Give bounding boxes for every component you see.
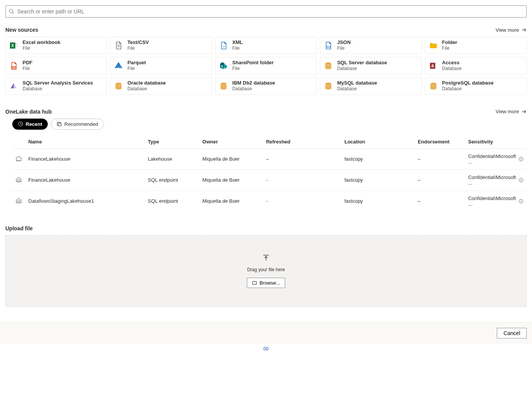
source-card-text-csv[interactable]: Text/CSV File [110, 37, 212, 54]
source-card-sql-server-database[interactable]: SQL Server database Database [320, 57, 422, 74]
source-card-excel-workbook[interactable]: X Excel workbook File [5, 37, 107, 54]
sqlserver-icon [323, 61, 333, 71]
json-icon: JSON [323, 41, 333, 50]
browse-button[interactable]: Browse... [247, 278, 285, 288]
info-icon [519, 156, 524, 162]
source-subtitle: Database [127, 86, 165, 92]
svg-rect-7 [15, 46, 18, 47]
source-subtitle: Database [232, 86, 275, 92]
svg-text:X: X [11, 44, 14, 48]
arrow-right-icon [521, 109, 527, 114]
cell-location: fastcopy [341, 169, 415, 190]
source-title: JSON [337, 39, 350, 46]
recommended-icon [57, 121, 62, 127]
source-subtitle: Database [23, 86, 93, 92]
svg-rect-40 [18, 180, 19, 182]
source-card-mysql-database[interactable]: MySQL database Database [320, 77, 422, 94]
access-icon: A [428, 61, 438, 71]
view-more-label: View more [496, 27, 519, 33]
source-card-oracle-database[interactable]: Oracle database Database [110, 77, 212, 94]
cell-endorsement: – [415, 190, 465, 212]
source-card-pdf[interactable]: PDF PDF File [5, 57, 107, 74]
table-row[interactable]: FinanceLakehouse SQL endpoint Miquella d… [12, 169, 527, 190]
source-subtitle: Database [337, 66, 387, 72]
source-subtitle: File [232, 46, 243, 52]
source-card-xml[interactable]: <> XML File [215, 37, 317, 54]
tab-recommended-label: Recommended [64, 121, 98, 127]
view-more-label: View more [496, 109, 519, 114]
tab-recent-label: Recent [26, 121, 42, 127]
col-type[interactable]: Type [145, 135, 200, 149]
new-sources-header: New sources View more [5, 27, 527, 33]
search-bar[interactable] [5, 5, 527, 18]
col-sensitivity[interactable]: Sensitivity [465, 135, 527, 149]
svg-point-0 [10, 10, 13, 13]
sharepoint-icon: S [219, 61, 229, 71]
col-owner[interactable]: Owner [200, 135, 263, 149]
svg-point-47 [521, 200, 521, 200]
cell-sensitivity: Confidential\Microsoft ... [465, 190, 527, 212]
source-subtitle: File [23, 46, 60, 52]
source-card-json[interactable]: JSON JSON File [320, 37, 422, 54]
cell-refreshed: - [263, 169, 341, 190]
source-card-sql-server-analysis-services[interactable]: SQL Server Analysis Services Database [5, 77, 107, 94]
search-input[interactable] [17, 8, 523, 15]
svg-text:S: S [221, 65, 223, 68]
info-icon [519, 199, 524, 204]
source-card-folder[interactable]: Folder File [425, 37, 527, 54]
cell-sensitivity: Confidential\Microsoft ... [465, 169, 527, 190]
arrow-right-icon [521, 27, 527, 33]
svg-line-1 [13, 13, 14, 14]
oracle-icon [114, 81, 123, 91]
source-card-ibm-db2-database[interactable]: IBM Db2 database Database [215, 77, 317, 94]
col-refreshed[interactable]: Refreshed [263, 135, 341, 149]
pdf-icon: PDF [9, 61, 19, 71]
col-endorsement[interactable]: Endorsement [415, 135, 465, 149]
source-card-parquet[interactable]: Parquet File [110, 57, 212, 74]
table-row[interactable]: DataflowsStagingLakehouse1 SQL endpoint … [12, 190, 527, 212]
cell-refreshed: – [263, 148, 341, 169]
source-title: Oracle database [127, 80, 165, 86]
onelake-table: NameTypeOwnerRefreshedLocationEndorsemen… [12, 135, 527, 212]
db2-icon [219, 81, 229, 91]
col-location[interactable]: Location [341, 135, 415, 149]
info-icon [519, 177, 524, 183]
new-sources-title: New sources [5, 27, 38, 33]
cell-location: fastcopy [341, 148, 415, 169]
tab-recent[interactable]: Recent [12, 119, 48, 130]
table-row[interactable]: FinanceLakehouse Lakehouse Miquella de B… [12, 148, 527, 169]
source-title: Folder [442, 39, 457, 46]
source-card-postgresql-database[interactable]: PostgreSQL database Database [425, 77, 527, 94]
col-name[interactable]: Name [25, 135, 145, 149]
upload-dropzone[interactable]: Drag your file here Browse... [5, 235, 527, 307]
source-card-sharepoint-folder[interactable]: S SharePoint folder File [215, 57, 317, 74]
sqlendpoint-icon [15, 176, 22, 183]
svg-rect-5 [15, 43, 18, 44]
textcsv-icon [114, 41, 123, 50]
source-subtitle: File [23, 66, 32, 72]
upload-hint: Drag your file here [247, 267, 285, 272]
source-title: PDF [23, 60, 32, 66]
folder-icon [428, 41, 438, 50]
source-subtitle: Database [442, 86, 494, 92]
view-more-onelake[interactable]: View more [496, 109, 527, 114]
source-subtitle: File [127, 46, 149, 52]
source-subtitle: File [232, 66, 274, 72]
cell-type: Lakehouse [145, 148, 200, 169]
cell-name: FinanceLakehouse [25, 148, 145, 169]
source-card-access[interactable]: A Access Database [425, 57, 527, 74]
svg-point-43 [521, 179, 521, 179]
tab-recommended[interactable]: Recommended [51, 119, 104, 130]
source-title: Parquet [127, 60, 146, 66]
cancel-button[interactable]: Cancel [497, 328, 527, 339]
source-subtitle: File [337, 46, 350, 52]
cell-location: fastcopy [341, 190, 415, 212]
sqlendpoint-icon [15, 197, 22, 204]
cell-owner: Miquella de Boer [200, 190, 263, 212]
excel-icon: X [9, 41, 19, 50]
cell-refreshed: - [263, 190, 341, 212]
view-more-sources[interactable]: View more [496, 27, 527, 33]
source-title: PostgreSQL database [442, 80, 494, 86]
browse-label: Browse... [260, 280, 280, 286]
source-title: XML [232, 39, 243, 46]
